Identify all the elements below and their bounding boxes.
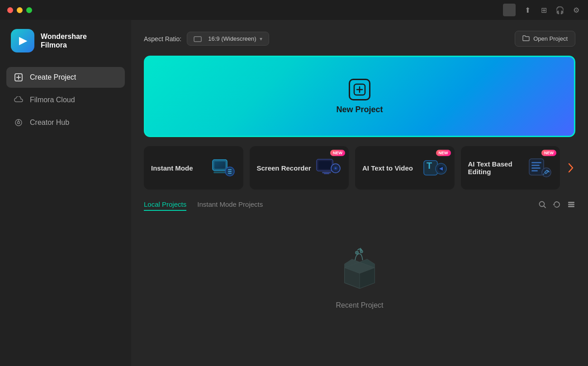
- svg-rect-24: [324, 173, 329, 174]
- svg-rect-38: [568, 204, 574, 205]
- svg-rect-15: [228, 169, 232, 170]
- svg-point-41: [360, 250, 363, 253]
- search-icon[interactable]: [538, 200, 546, 211]
- traffic-lights: [7, 7, 32, 13]
- open-project-label: Open Project: [533, 35, 568, 42]
- svg-rect-30: [531, 162, 541, 163]
- sidebar-item-filmora-cloud[interactable]: Filmora Cloud: [6, 90, 125, 110]
- top-bar: Aspect Ratio: 16:9 (Widescreen) ▾: [144, 31, 575, 47]
- svg-point-35: [540, 202, 545, 207]
- avatar[interactable]: [503, 4, 516, 16]
- upload-icon[interactable]: ⬆: [523, 5, 532, 14]
- logo-brand: Wondershare: [41, 32, 87, 41]
- aspect-ratio-section: Aspect Ratio: 16:9 (Widescreen) ▾: [144, 32, 269, 46]
- refresh-icon[interactable]: [553, 200, 561, 211]
- add-icon: [14, 72, 24, 82]
- svg-rect-19: [318, 161, 331, 169]
- logo: ▶ Wondershare Filmora: [0, 29, 131, 67]
- cloud-icon: [14, 95, 24, 105]
- screen-recorder-icon: [314, 154, 341, 181]
- headset-icon[interactable]: 🎧: [555, 5, 564, 14]
- grid-icon[interactable]: ⊞: [539, 5, 548, 14]
- sidebar-item-label-hub: Creator Hub: [30, 119, 69, 127]
- logo-text: Wondershare Filmora: [41, 32, 87, 49]
- sidebar-item-label-create: Create Project: [30, 73, 76, 81]
- instant-mode-label: Instant Mode: [151, 164, 209, 172]
- tab-instant-mode-projects[interactable]: Instant Mode Projects: [197, 200, 263, 211]
- svg-line-36: [544, 206, 546, 208]
- screen-recorder-badge: NEW: [330, 150, 345, 156]
- ai-text-based-editing-label: AI Text Based Editing: [468, 160, 526, 176]
- sidebar-item-label-cloud: Filmora Cloud: [30, 96, 75, 104]
- empty-state: Recent Project: [144, 220, 575, 337]
- new-project-banner[interactable]: New Project: [144, 56, 575, 137]
- sidebar-nav: Create Project Filmora Cloud: [0, 67, 131, 133]
- close-button[interactable]: [7, 7, 13, 13]
- projects-section: Local Projects Instant Mode Projects: [144, 200, 575, 337]
- new-project-label: New Project: [336, 105, 383, 114]
- instant-mode-icon: [209, 154, 236, 181]
- logo-icon: ▶: [11, 29, 34, 52]
- new-project-plus-icon: [349, 79, 370, 100]
- tab-local-projects[interactable]: Local Projects: [144, 200, 186, 211]
- svg-rect-16: [228, 171, 232, 172]
- scroll-right-arrow[interactable]: [566, 146, 575, 190]
- titlebar: ⬆ ⊞ 🎧 ⚙: [0, 0, 588, 20]
- svg-rect-33: [531, 170, 538, 171]
- svg-rect-29: [529, 159, 544, 175]
- open-project-button[interactable]: Open Project: [515, 31, 575, 47]
- projects-tabs: Local Projects Instant Mode Projects: [144, 200, 263, 211]
- main-content: Aspect Ratio: 16:9 (Widescreen) ▾: [131, 20, 588, 366]
- svg-rect-31: [531, 165, 540, 166]
- sidebar-item-creator-hub[interactable]: Creator Hub: [6, 112, 125, 133]
- app-body: ▶ Wondershare Filmora Create Project: [0, 20, 588, 366]
- mode-card-ai-text-based-editing[interactable]: NEW AI Text Based Editing: [461, 146, 560, 190]
- ai-text-to-video-label: AI Text to Video: [362, 164, 420, 172]
- mode-card-ai-text-to-video[interactable]: NEW AI Text to Video T: [355, 146, 455, 190]
- svg-rect-23: [322, 172, 331, 173]
- aspect-ratio-dropdown[interactable]: 16:9 (Widescreen) ▾: [187, 32, 269, 46]
- screen-recorder-label: Screen Recorder: [257, 164, 315, 172]
- aspect-ratio-label: Aspect Ratio:: [144, 35, 181, 43]
- chevron-down-icon: ▾: [260, 36, 262, 42]
- svg-rect-39: [568, 206, 574, 207]
- ai-text-to-video-badge: NEW: [436, 150, 451, 156]
- svg-point-22: [335, 167, 337, 169]
- settings-icon[interactable]: ⚙: [572, 5, 581, 14]
- mode-card-screen-recorder[interactable]: NEW Screen Recorder: [250, 146, 349, 190]
- minimize-button[interactable]: [17, 7, 23, 13]
- svg-rect-6: [194, 37, 201, 42]
- ai-text-based-editing-badge: NEW: [541, 150, 556, 156]
- projects-actions: [538, 200, 575, 211]
- ai-text-based-editing-icon: [526, 154, 553, 181]
- sidebar: ▶ Wondershare Filmora Create Project: [0, 20, 131, 366]
- svg-rect-37: [568, 202, 574, 203]
- svg-point-40: [356, 251, 359, 254]
- aspect-ratio-value: 16:9 (Widescreen): [208, 35, 256, 42]
- svg-point-4: [18, 122, 20, 124]
- maximize-button[interactable]: [26, 7, 32, 13]
- sidebar-item-create-project[interactable]: Create Project: [6, 67, 125, 88]
- projects-tabs-bar: Local Projects Instant Mode Projects: [144, 200, 575, 211]
- svg-rect-17: [228, 173, 232, 174]
- svg-rect-32: [531, 167, 541, 169]
- list-view-icon[interactable]: [567, 200, 575, 211]
- svg-text:T: T: [427, 161, 432, 171]
- titlebar-actions: ⬆ ⊞ 🎧 ⚙: [503, 4, 581, 16]
- mode-cards: Instant Mode: [144, 146, 575, 190]
- hub-icon: [14, 118, 24, 128]
- folder-icon: [522, 35, 530, 43]
- logo-product: Filmora: [41, 41, 87, 49]
- empty-state-label: Recent Project: [336, 301, 384, 309]
- empty-box-illustration: [332, 247, 387, 292]
- ai-text-to-video-icon: T: [420, 154, 447, 181]
- screen-icon: [194, 35, 204, 42]
- svg-rect-12: [214, 162, 225, 169]
- mode-card-instant-mode[interactable]: Instant Mode: [144, 146, 243, 190]
